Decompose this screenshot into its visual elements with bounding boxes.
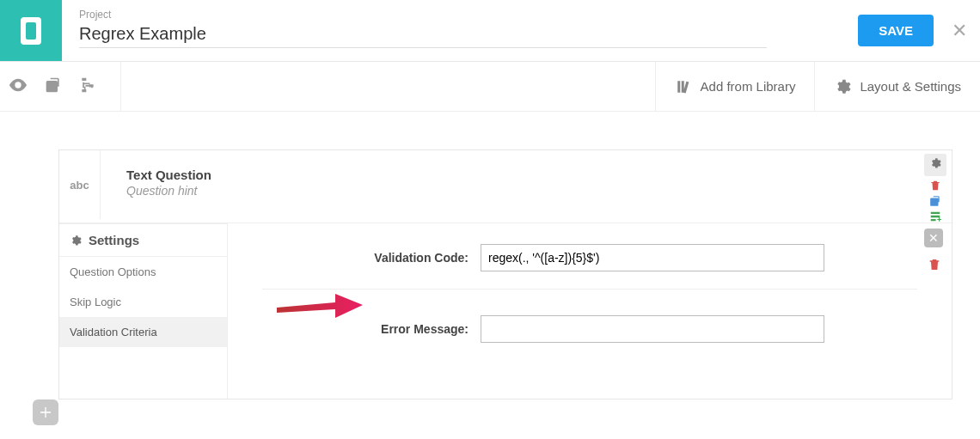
question-title[interactable]: Text Question (126, 168, 924, 182)
validation-code-label: Validation Code: (262, 251, 469, 265)
add-row-icon[interactable] (928, 210, 943, 223)
copy-icon[interactable] (45, 76, 62, 97)
settings-heading-text: Settings (89, 233, 139, 247)
gear-icon (834, 78, 851, 95)
close-panel-button[interactable]: ✕ (924, 229, 943, 247)
question-hint[interactable]: Question hint (126, 184, 924, 198)
close-icon[interactable]: ✕ (946, 20, 973, 42)
divider (262, 289, 917, 290)
error-message-label: Error Message: (262, 322, 469, 336)
library-icon (675, 79, 692, 95)
error-message-input[interactable] (481, 315, 824, 343)
add-question-button[interactable] (33, 399, 58, 425)
app-logo[interactable] (0, 0, 62, 61)
save-button[interactable]: SAVE (858, 15, 934, 46)
project-label: Project (79, 9, 841, 21)
project-name-input[interactable] (79, 21, 767, 48)
question-type-badge: abc (59, 150, 101, 219)
sidebar-item-question-options[interactable]: Question Options (59, 257, 227, 287)
trash-icon[interactable] (928, 180, 943, 192)
eye-icon[interactable] (9, 78, 28, 95)
settings-heading: Settings (59, 223, 227, 257)
add-from-library-label: Add from Library (701, 79, 796, 94)
plus-icon (39, 405, 52, 419)
layout-settings-label: Layout & Settings (860, 79, 961, 94)
question-card: abc Text Question Question hint Settings (58, 149, 952, 399)
trash-icon[interactable] (928, 258, 941, 275)
duplicate-icon[interactable] (928, 195, 943, 207)
add-from-library-button[interactable]: Add from Library (655, 62, 815, 111)
logo-icon (21, 17, 41, 45)
gear-icon (70, 235, 82, 247)
layout-settings-button[interactable]: Layout & Settings (814, 62, 980, 111)
gear-icon[interactable] (924, 154, 946, 176)
sidebar-item-skip-logic[interactable]: Skip Logic (59, 287, 227, 317)
flow-icon[interactable] (79, 76, 96, 97)
validation-code-input[interactable] (481, 244, 824, 271)
sidebar-item-validation-criteria[interactable]: Validation Criteria (59, 317, 227, 347)
